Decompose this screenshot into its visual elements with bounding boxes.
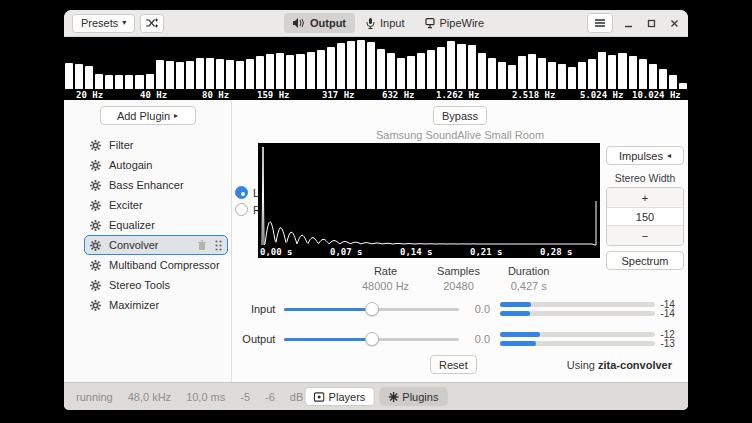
spectrum-analyzer: 20 Hz 40 Hz 80 Hz 159 Hz 317 Hz 632 Hz 1…	[64, 37, 688, 100]
status-bar: running 48,0 kHz 10,0 ms -5 -6 dB Player…	[64, 382, 688, 410]
bypass-button[interactable]: Bypass	[433, 106, 487, 125]
sidebar-item-stereo-tools[interactable]: Stereo Tools	[84, 275, 228, 295]
players-tab-button[interactable]: Players	[305, 387, 375, 406]
bottom-tabs: Players Plugins	[305, 387, 448, 406]
output-gain-row: Output 0.0 -12 -13	[238, 330, 686, 348]
status-level-right: -6	[265, 391, 275, 403]
freq-tick: 80 Hz	[202, 90, 229, 100]
minimize-button[interactable]	[620, 15, 636, 31]
plugin-label: Exciter	[109, 199, 143, 211]
rate-value: 48000 Hz	[362, 280, 409, 292]
radio-unchecked-icon	[235, 203, 248, 216]
output-label: Output	[238, 333, 275, 345]
gear-icon	[90, 160, 101, 171]
freq-tick: 10.024 Hz	[632, 90, 681, 100]
close-button[interactable]	[666, 15, 682, 31]
plugins-label: Plugins	[402, 391, 438, 403]
chevron-down-icon: ▾	[122, 19, 126, 27]
waveform	[258, 143, 600, 258]
sidebar-item-filter[interactable]: Filter	[84, 135, 228, 155]
reset-label: Reset	[439, 359, 468, 371]
plugin-sidebar: Add Plugin ▸ Filter Autogain Bass Enhanc…	[64, 100, 232, 382]
engine-name: zita-convolver	[598, 359, 672, 371]
rate-info: Rate 48000 Hz	[362, 265, 409, 292]
impulse-info: Rate 48000 Hz Samples 20480 Duration 0,4…	[362, 265, 549, 292]
sidebar-item-exciter[interactable]: Exciter	[84, 195, 228, 215]
rate-label: Rate	[362, 265, 409, 277]
slider-thumb[interactable]	[365, 302, 379, 316]
engine-info: Using zita-convolver	[567, 359, 672, 371]
tab-output-label: Output	[310, 17, 346, 29]
time-tick: 0,28 s	[540, 247, 573, 257]
time-tick: 0,07 s	[330, 247, 363, 257]
tab-output[interactable]: Output	[284, 13, 355, 33]
sidebar-item-convolver[interactable]: Convolver	[84, 235, 228, 255]
output-meter-right	[500, 341, 655, 346]
status-readouts: running 48,0 kHz 10,0 ms -5 -6 dB	[76, 391, 303, 403]
input-gain-value: 0.0	[464, 303, 490, 315]
freq-tick: 159 Hz	[257, 90, 290, 100]
impulses-button[interactable]: Impulses ◂	[606, 146, 684, 165]
pipewire-icon	[424, 18, 434, 29]
samples-info: Samples 20480	[437, 265, 480, 292]
spectrum-button[interactable]: Spectrum	[606, 251, 684, 270]
trash-icon[interactable]	[197, 240, 207, 251]
impulse-name: Samsung SoundAlive Small Room	[232, 129, 688, 141]
convolver-side-controls: Impulses ◂ Stereo Width + 150 − Spectrum	[606, 146, 684, 270]
sidebar-item-bass-enhancer[interactable]: Bass Enhancer	[84, 175, 228, 195]
impulse-waveform-plot: 0,00 s 0,07 s 0,14 s 0,21 s 0,28 s	[258, 143, 600, 258]
tab-input[interactable]: Input	[357, 13, 413, 33]
minimize-icon	[624, 19, 633, 28]
screen: Presets ▾ Output	[0, 0, 752, 423]
freq-tick: 5.024 Hz	[580, 90, 623, 100]
spinner-increase-button[interactable]: +	[607, 188, 683, 207]
reset-button[interactable]: Reset	[430, 355, 477, 374]
freq-tick: 40 Hz	[140, 90, 167, 100]
time-tick: 0,00 s	[260, 247, 293, 257]
add-plugin-button[interactable]: Add Plugin ▸	[100, 106, 196, 125]
sidebar-item-equalizer[interactable]: Equalizer	[84, 215, 228, 235]
tab-input-label: Input	[380, 17, 404, 29]
tab-pipewire[interactable]: PipeWire	[415, 13, 493, 33]
input-gain-slider[interactable]	[284, 302, 459, 316]
presets-button[interactable]: Presets ▾	[72, 14, 135, 33]
stereo-width-value[interactable]: 150	[607, 207, 683, 226]
sidebar-item-multiband-compressor[interactable]: Multiband Compressor	[84, 255, 228, 275]
spinner-decrease-button[interactable]: −	[607, 226, 683, 245]
gear-icon	[90, 280, 101, 291]
input-level-meters	[500, 302, 655, 316]
freq-tick: 317 Hz	[322, 90, 355, 100]
convolver-panel: Bypass Samsung SoundAlive Small Room L R	[232, 100, 688, 382]
freq-tick: 632 Hz	[382, 90, 415, 100]
spectrum-button-label: Spectrum	[621, 255, 668, 267]
input-meter-right	[500, 311, 655, 316]
io-tabs: Output Input PipeWire	[284, 13, 493, 33]
time-tick: 0,14 s	[400, 247, 433, 257]
chevron-right-icon: ▸	[174, 112, 178, 120]
samples-value: 20480	[437, 280, 480, 292]
shuffle-button[interactable]	[140, 14, 164, 33]
gear-icon	[90, 180, 101, 191]
output-gain-slider[interactable]	[284, 332, 459, 346]
output-meter-left	[500, 332, 655, 337]
radio-checked-icon	[235, 186, 248, 199]
duration-label: Duration	[508, 265, 550, 277]
drag-handle-icon[interactable]	[215, 240, 222, 251]
sidebar-item-maximizer[interactable]: Maximizer	[84, 295, 228, 315]
presets-label: Presets	[81, 17, 118, 29]
gear-icon	[90, 220, 101, 231]
players-icon	[314, 392, 325, 402]
using-label: Using	[567, 359, 595, 371]
plugins-tab-button[interactable]: Plugins	[379, 387, 447, 406]
freq-tick: 1.262 Hz	[436, 90, 479, 100]
output-db-right: -13	[660, 340, 686, 348]
maximize-button[interactable]	[643, 15, 659, 31]
plugin-label: Stereo Tools	[109, 279, 170, 291]
slider-thumb[interactable]	[365, 332, 379, 346]
tab-pipewire-label: PipeWire	[439, 17, 484, 29]
menu-button[interactable]	[587, 13, 613, 33]
sidebar-item-autogain[interactable]: Autogain	[84, 155, 228, 175]
input-db-right: -14	[660, 310, 686, 318]
output-db-readout: -12 -13	[660, 331, 686, 348]
spectrum-bars	[64, 39, 688, 89]
